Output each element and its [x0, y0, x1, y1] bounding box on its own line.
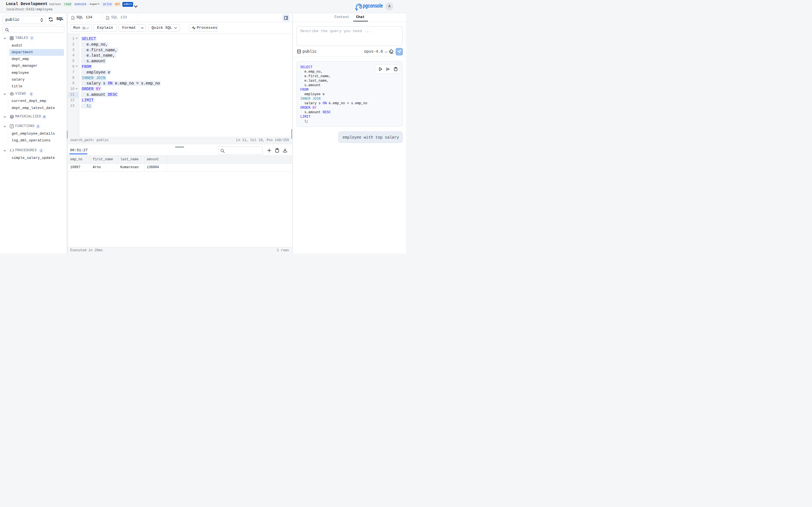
svg-text:f: f	[11, 125, 13, 128]
